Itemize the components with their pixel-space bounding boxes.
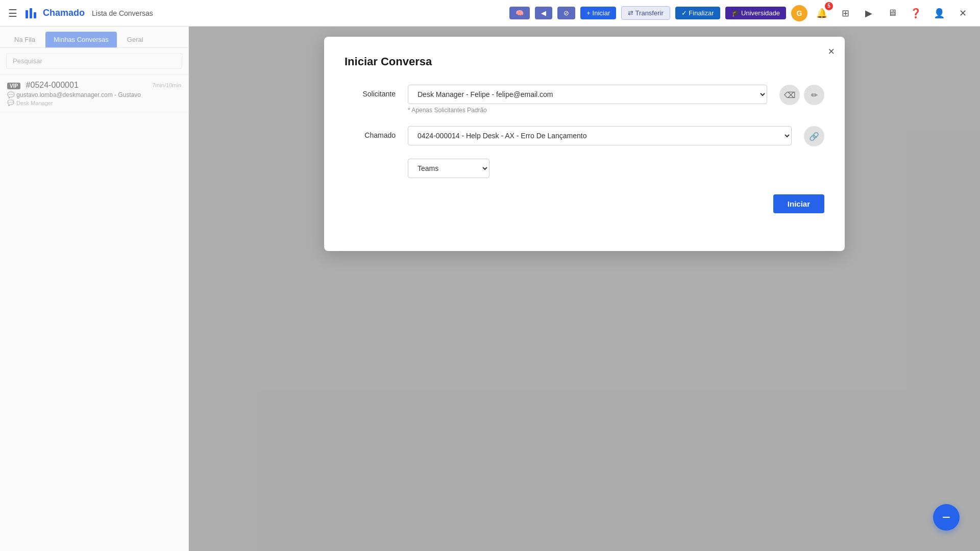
list-item[interactable]: VIP #0524-000001 7min/10min 💬 gustavo.lo… <box>0 74 188 113</box>
svg-rect-0 <box>26 10 28 18</box>
back-btn[interactable]: ◀ <box>535 7 552 19</box>
solicitante-hint: * Apenas Solicitantes Padrão <box>408 107 767 114</box>
tab-na-fila[interactable]: Na Fila <box>6 32 43 47</box>
channel-label <box>345 159 396 164</box>
tab-geral[interactable]: Geral <box>119 32 152 47</box>
conv-id-text: #0524-000001 <box>26 81 79 89</box>
user-avatar: G <box>791 5 807 21</box>
chamado-select[interactable]: 0424-000014 - Help Desk - AX - Erro De L… <box>408 126 792 145</box>
chamado-row: Chamado 0424-000014 - Help Desk - AX - E… <box>345 126 824 146</box>
modal-footer: Iniciar <box>345 194 824 213</box>
main-layout: Na Fila Minhas Conversas Geral VIP #0524… <box>0 27 980 551</box>
transferir-btn[interactable]: ⇄ Transferir <box>621 6 670 20</box>
solicitante-row: Solicitante Desk Manager - Felipe - feli… <box>345 85 824 114</box>
fab-btn[interactable]: − <box>933 504 960 531</box>
app-title: Chamado <box>43 8 85 18</box>
back-icon: ◀ <box>541 9 546 17</box>
app-subtitle: Lista de Conversas <box>92 9 153 17</box>
conv-header: VIP #0524-000001 7min/10min <box>7 81 181 90</box>
search-input[interactable] <box>6 53 182 69</box>
cancel-icon: ⊘ <box>564 9 569 17</box>
finalizar-btn[interactable]: ✓ Finalizar <box>675 7 720 19</box>
company-icon: 💬 <box>7 99 14 106</box>
conv-email: 💬 gustavo.lomba@deskmanager.com - Gustav… <box>7 91 181 98</box>
conv-company: 💬 Desk Manager <box>7 99 181 106</box>
sidebar-tabs: Na Fila Minhas Conversas Geral <box>0 27 188 48</box>
sidebar: Na Fila Minhas Conversas Geral VIP #0524… <box>0 27 189 551</box>
eraser-icon: ⌫ <box>784 90 796 100</box>
conv-id: VIP #0524-000001 <box>7 81 79 90</box>
close-nav-btn[interactable]: ✕ <box>953 4 972 22</box>
chamado-field: 0424-000014 - Help Desk - AX - Erro De L… <box>408 126 792 145</box>
account-btn[interactable]: 👤 <box>930 4 948 22</box>
cancel-btn[interactable]: ⊘ <box>557 7 575 19</box>
iniciar-btn[interactable]: Iniciar <box>773 194 824 213</box>
channel-select[interactable]: Teams Email Chat WhatsApp <box>408 159 489 178</box>
chamado-link-btn[interactable]: 🔗 <box>804 126 824 146</box>
brain-btn[interactable]: 🧠 <box>509 7 530 19</box>
pencil-icon: ✏ <box>811 90 818 100</box>
brain-icon: 🧠 <box>516 9 524 17</box>
vip-badge: VIP <box>7 83 20 89</box>
conv-time: 7min/10min <box>152 82 181 88</box>
topnav: ☰ Chamado Lista de Conversas 🧠 ◀ ⊘ + Ini… <box>0 0 980 27</box>
iniciar-conversa-modal: × Iniciar Conversa Solicitante Desk Mana… <box>324 37 845 251</box>
universidade-btn[interactable]: 🎓 Universidade <box>725 7 787 19</box>
modal-title: Iniciar Conversa <box>345 55 824 68</box>
channel-field: Teams Email Chat WhatsApp <box>408 159 824 178</box>
chamado-label: Chamado <box>345 126 396 139</box>
speech-icon: 💬 <box>7 91 15 98</box>
chamado-side-btns: 🔗 <box>804 126 824 146</box>
monitor-btn[interactable]: 🖥 <box>883 4 901 22</box>
logo-icon <box>24 6 39 20</box>
iniciar-topnav-btn[interactable]: + Iniciar <box>580 7 616 19</box>
app-logo: Chamado <box>24 6 85 20</box>
solicitante-select[interactable]: Desk Manager - Felipe - felipe@email.com <box>408 85 767 104</box>
modal-close-btn[interactable]: × <box>828 46 835 57</box>
help-btn[interactable]: ❓ <box>906 4 925 22</box>
channel-row: Teams Email Chat WhatsApp <box>345 159 824 178</box>
modal-overlay: × Iniciar Conversa Solicitante Desk Mana… <box>189 27 980 551</box>
content-area: × Iniciar Conversa Solicitante Desk Mana… <box>189 27 980 551</box>
hamburger-icon[interactable]: ☰ <box>8 7 17 19</box>
solicitante-field: Desk Manager - Felipe - felipe@email.com… <box>408 85 767 114</box>
solicitante-edit-btn[interactable]: ⌫ <box>779 85 800 105</box>
solicitante-pencil-btn[interactable]: ✏ <box>804 85 824 105</box>
notification-wrapper: 🔔 5 <box>813 4 831 22</box>
solicitante-label: Solicitante <box>345 85 396 98</box>
grid-btn[interactable]: ⊞ <box>836 4 854 22</box>
svg-rect-2 <box>34 12 36 18</box>
tab-minhas-conversas[interactable]: Minhas Conversas <box>45 32 117 47</box>
svg-rect-1 <box>30 8 32 18</box>
play-btn[interactable]: ▶ <box>860 4 878 22</box>
solicitante-side-btns: ⌫ ✏ <box>779 85 824 105</box>
notification-badge: 5 <box>825 2 833 10</box>
link-icon: 🔗 <box>809 132 819 141</box>
sidebar-search-area <box>0 48 188 74</box>
